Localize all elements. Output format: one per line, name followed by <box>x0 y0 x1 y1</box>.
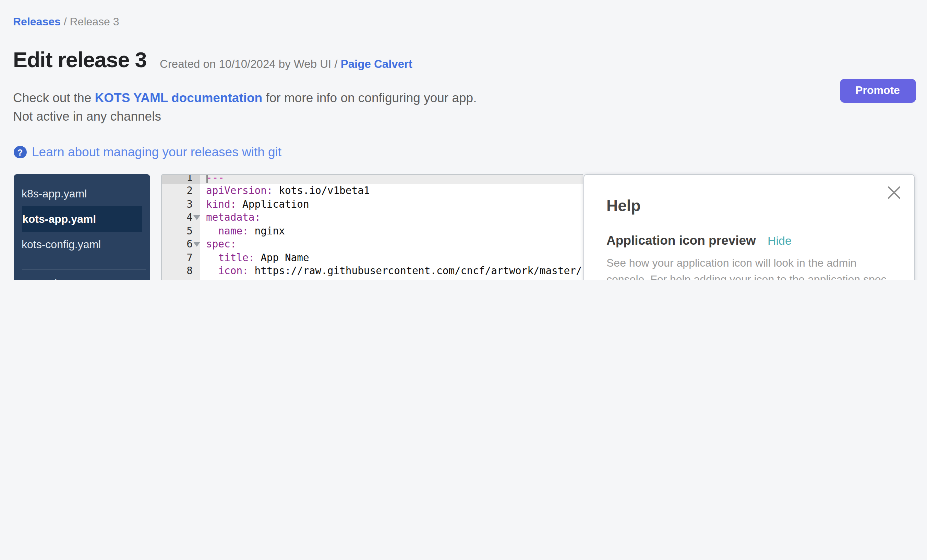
line-number: 8 <box>187 265 193 276</box>
page-title: Edit release 3 <box>13 47 146 73</box>
code-token-plain <box>206 252 218 263</box>
code-token-plain <box>206 278 218 280</box>
file-list-divider <box>21 269 146 269</box>
git-releases-link[interactable]: Learn about managing your releases with … <box>32 145 281 160</box>
file-list: k8s-app.yamlkots-app.yamlkots-config.yam… <box>14 181 150 280</box>
channel-status-text: Not active in any channels <box>13 109 161 124</box>
code-token-plain <box>206 225 218 237</box>
breadcrumb: Releases / Release 3 <box>13 16 119 28</box>
created-text: Created on 10/10/2024 by Web UI / <box>160 58 341 70</box>
code-token-plain: https://raw.githubusercontent.com/cncf/a… <box>249 265 582 276</box>
code-token-key: kind: <box>206 198 236 210</box>
code-token-key: spec: <box>206 238 236 250</box>
gutter-line-7: 7 <box>161 251 200 264</box>
code-token-key: name: <box>218 225 248 237</box>
gutter-line-4: 4 <box>161 211 200 224</box>
gutter-line-5: 5 <box>161 224 200 238</box>
fold-toggle-icon[interactable] <box>193 242 200 247</box>
file-item-kots-config.yaml[interactable]: kots-config.yaml <box>21 232 141 257</box>
edit-release-page: Releases / Release 3 Edit release 3 Crea… <box>0 0 927 280</box>
gutter-line-6: 6 <box>161 238 200 251</box>
line-number: 6 <box>187 238 193 250</box>
code-line-4[interactable]: metadata: <box>200 211 583 224</box>
help-panel: Help Application icon previewHide See ho… <box>583 174 914 280</box>
code-line-9[interactable]: statusInformers: <box>200 278 583 280</box>
gutter-line-8: 8 <box>161 264 200 278</box>
code-token-key: metadata: <box>206 211 261 223</box>
kots-yaml-doc-link[interactable]: KOTS YAML documentation <box>95 91 263 105</box>
line-number: 1 <box>187 175 193 183</box>
icon-preview-description: See how your application icon will look … <box>606 255 900 280</box>
text-cursor <box>206 175 208 183</box>
intro-pre: Check out the <box>13 91 95 105</box>
code-token-plain: nginx <box>249 225 285 237</box>
gutter-line-9: 9 <box>161 278 200 280</box>
question-mark-icon: ? <box>14 146 26 159</box>
code-line-1[interactable]: --- <box>200 175 583 184</box>
yaml-editor[interactable]: 12345678910111213141516 ---apiVersion: k… <box>161 174 583 280</box>
fold-toggle-icon[interactable] <box>193 216 200 220</box>
close-icon[interactable] <box>887 187 900 199</box>
gutter-line-3: 3 <box>161 197 200 211</box>
code-token-key: icon: <box>218 265 248 276</box>
code-token-plain: Application <box>236 198 309 210</box>
description-text: See how your application icon will look … <box>606 257 889 280</box>
code-token-plain: kots.io/v1beta1 <box>273 184 370 196</box>
icon-preview-section-header: Application icon previewHide <box>606 233 792 248</box>
file-item-k8s-app.yaml[interactable]: k8s-app.yaml <box>21 181 141 206</box>
file-item-kots-app.yaml[interactable]: kots-app.yaml <box>21 206 141 232</box>
created-line: Created on 10/10/2024 by Web UI / Paige … <box>160 58 412 71</box>
git-help-row: ? Learn about managing your releases wit… <box>14 145 281 160</box>
intro-post: for more info on configuring your app. <box>262 91 477 105</box>
gutter-line-1: 1 <box>161 175 200 184</box>
author-link[interactable]: Paige Calvert <box>341 58 412 70</box>
hide-link[interactable]: Hide <box>767 234 792 247</box>
help-panel-title: Help <box>606 197 641 215</box>
line-number: 5 <box>187 225 193 237</box>
promote-button[interactable]: Promote <box>840 79 916 102</box>
file-tree-sidebar: k8s-app.yamlkots-app.yamlkots-config.yam… <box>14 174 150 280</box>
line-number: 4 <box>187 211 193 223</box>
editor-code-area[interactable]: ---apiVersion: kots.io/v1beta1kind: Appl… <box>200 175 583 280</box>
code-token-key: title: <box>218 252 254 263</box>
code-token-key: statusInformers: <box>218 278 315 280</box>
line-number: 9 <box>187 278 193 280</box>
icon-preview-title: Application icon preview <box>606 233 756 247</box>
editor-gutter: 12345678910111213141516 <box>161 175 200 280</box>
code-token-doc: --- <box>206 175 224 183</box>
code-line-3[interactable]: kind: Application <box>200 197 583 211</box>
breadcrumb-current: Release 3 <box>70 16 119 27</box>
code-line-2[interactable]: apiVersion: kots.io/v1beta1 <box>200 184 583 197</box>
breadcrumb-separator: / <box>61 16 70 27</box>
code-line-8[interactable]: icon: https://raw.githubusercontent.com/… <box>200 264 583 278</box>
line-number: 7 <box>187 252 193 263</box>
code-token-plain <box>206 265 218 276</box>
line-number: 3 <box>187 198 193 210</box>
line-number: 2 <box>187 184 193 196</box>
code-line-6[interactable]: spec: <box>200 238 583 251</box>
intro-line: Check out the KOTS YAML documentation fo… <box>13 91 477 106</box>
code-line-7[interactable]: title: App Name <box>200 251 583 264</box>
gutter-line-2: 2 <box>161 184 200 197</box>
file-item-example-configmap.yaml[interactable]: example-configmap.yaml <box>21 271 141 280</box>
breadcrumb-releases-link[interactable]: Releases <box>13 16 61 27</box>
code-token-plain: App Name <box>255 252 309 263</box>
code-line-5[interactable]: name: nginx <box>200 224 583 238</box>
code-token-key: apiVersion: <box>206 184 273 196</box>
